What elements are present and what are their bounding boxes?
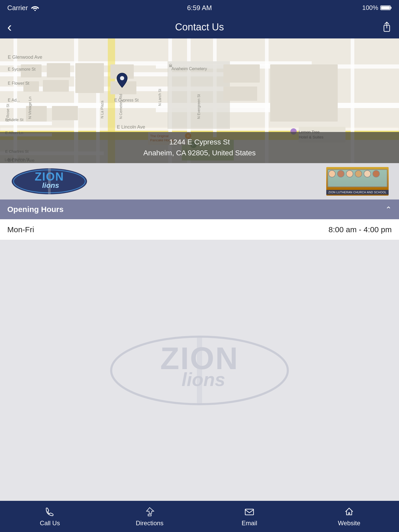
phone-icon xyxy=(44,506,56,517)
svg-text:E Lincoln Ave: E Lincoln Ave xyxy=(117,124,145,130)
page-title: Contact Us xyxy=(175,22,224,33)
address-line1: 1244 E Cypress St xyxy=(5,137,394,148)
svg-text:E Sycamore St: E Sycamore St xyxy=(8,67,36,71)
hours-day: Mon-Fri xyxy=(7,225,34,234)
wifi-icon xyxy=(31,5,39,11)
svg-text:N Vintage Ln: N Vintage Ln xyxy=(28,97,32,119)
tab-email[interactable]: Email xyxy=(200,501,299,532)
svg-rect-17 xyxy=(0,122,52,125)
svg-text:lions: lions xyxy=(42,181,59,189)
battery-label: 100% xyxy=(362,4,378,11)
svg-text:🏛: 🏛 xyxy=(169,64,172,68)
svg-text:N Larch St: N Larch St xyxy=(158,89,162,106)
logo-section: ZION lions ZION LUTHERAN CHURCH xyxy=(0,163,399,200)
tab-call-us[interactable]: Call Us xyxy=(0,501,100,532)
svg-text:E Ad...: E Ad... xyxy=(8,98,20,102)
svg-rect-41 xyxy=(223,64,260,83)
hours-row: Mon-Fri 8:00 am - 4:00 pm xyxy=(0,219,399,240)
status-time: 6:59 AM xyxy=(187,4,212,12)
back-icon: ‹ xyxy=(7,20,12,34)
svg-rect-32 xyxy=(47,63,70,77)
status-bar-left: Carrier xyxy=(7,4,39,12)
address-line2: Anaheim, CA 92805, United States xyxy=(5,148,394,158)
tab-call-us-label: Call Us xyxy=(40,520,60,527)
opening-hours-label: Opening Hours xyxy=(7,205,64,214)
svg-rect-86 xyxy=(245,509,254,515)
svg-text:ZION: ZION xyxy=(35,170,64,183)
main-content: ZION lions xyxy=(0,240,399,501)
tab-directions-label: Directions xyxy=(136,520,164,527)
map-section[interactable]: E Glenwood Ave E Sycamore St E Flower St… xyxy=(0,38,399,163)
tab-website-label: Website xyxy=(338,520,360,527)
svg-text:E Cypress St: E Cypress St xyxy=(114,98,139,102)
svg-rect-39 xyxy=(52,106,78,120)
tab-email-label: Email xyxy=(242,520,257,527)
map-address-overlay: 1244 E Cypress St Anaheim, CA 92805, Uni… xyxy=(0,132,399,163)
tab-directions[interactable]: Directions xyxy=(100,501,200,532)
map-container[interactable]: E Glenwood Ave E Sycamore St E Flower St… xyxy=(0,38,399,163)
hours-time: 8:00 am - 4:00 pm xyxy=(329,225,392,234)
nav-bar: ‹ Contact Us xyxy=(0,16,399,38)
svg-rect-43 xyxy=(270,64,338,122)
share-icon xyxy=(382,21,392,32)
svg-rect-3 xyxy=(381,6,390,9)
status-bar: Carrier 6:59 AM 100% xyxy=(0,0,399,16)
svg-text:N Cemetery Rd: N Cemetery Rd xyxy=(119,94,123,119)
svg-text:N Rose St: N Rose St xyxy=(5,104,10,122)
status-bar-right: 100% xyxy=(362,4,392,11)
svg-rect-35 xyxy=(75,63,104,79)
svg-text:N Evergreen St: N Evergreen St xyxy=(197,94,201,119)
svg-rect-40 xyxy=(75,79,104,93)
carrier-label: Carrier xyxy=(7,4,28,12)
svg-point-0 xyxy=(35,10,36,11)
chevron-up-icon: ⌃ xyxy=(385,205,392,214)
svg-text:E Glenwood Ave: E Glenwood Ave xyxy=(8,55,42,60)
map-pin xyxy=(116,72,128,89)
svg-rect-34 xyxy=(43,80,69,92)
back-button[interactable]: ‹ xyxy=(7,20,12,34)
watermark-logo: ZION lions xyxy=(109,331,290,409)
svg-point-76 xyxy=(120,76,124,80)
school-photo: ZION LUTHERAN CHURCH AND SCHOOL xyxy=(326,167,389,196)
svg-text:E Flower St: E Flower St xyxy=(8,81,29,85)
battery-icon xyxy=(380,5,392,11)
school-photo-label: ZION LUTHERAN CHURCH AND SCHOOL xyxy=(326,190,389,195)
svg-text:lions: lions xyxy=(182,369,225,390)
email-icon xyxy=(244,506,255,517)
tab-website[interactable]: Website xyxy=(299,501,399,532)
svg-text:N La Plaza: N La Plaza xyxy=(100,101,104,118)
svg-rect-42 xyxy=(223,87,257,101)
zion-logo: ZION lions xyxy=(10,167,88,196)
svg-text:Anaheim Cemetery: Anaheim Cemetery xyxy=(171,66,207,71)
share-button[interactable] xyxy=(382,21,392,33)
svg-rect-2 xyxy=(390,7,391,9)
opening-hours-section: Opening Hours ⌃ Mon-Fri 8:00 am - 4:00 p… xyxy=(0,200,399,240)
home-icon xyxy=(343,506,355,517)
directions-icon xyxy=(144,506,155,517)
tab-bar: Call Us Directions Email Website xyxy=(0,501,399,532)
opening-hours-header[interactable]: Opening Hours ⌃ xyxy=(0,200,399,219)
